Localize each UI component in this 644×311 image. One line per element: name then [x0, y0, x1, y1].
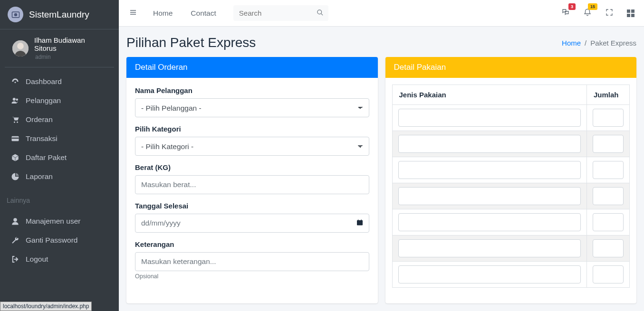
topbar: Home Contact 3 15 [119, 0, 644, 27]
chat-icon[interactable]: 3 [559, 6, 572, 20]
card-order: Detail Orderan Nama Pelanggan - Pilih Pe… [126, 57, 378, 303]
content-header: Pilihan Paket Express Home / Paket Expre… [119, 27, 644, 57]
help-keterangan: Opsional [135, 273, 369, 280]
svg-rect-10 [12, 138, 19, 139]
label-nama: Nama Pelanggan [135, 86, 369, 94]
input-jumlah[interactable] [593, 187, 624, 205]
wrench-icon [10, 236, 20, 245]
nav-label: Dashboard [26, 77, 62, 86]
input-jumlah[interactable] [593, 239, 624, 257]
search-icon[interactable] [317, 9, 324, 18]
nav-label: Manajemen user [26, 217, 80, 226]
bell-icon[interactable]: 15 [581, 6, 594, 20]
nav-label: Laporan [26, 172, 53, 181]
user-icon [10, 217, 20, 226]
nav-label: Logout [26, 255, 48, 264]
breadcrumb-sep: / [585, 39, 586, 47]
input-jumlah[interactable] [593, 161, 624, 179]
input-jenis[interactable] [398, 265, 581, 283]
input-jenis[interactable] [398, 109, 581, 127]
fullscreen-icon[interactable] [603, 6, 615, 20]
breadcrumb-current: Paket Express [590, 39, 636, 47]
sidebar-item-logout[interactable]: Logout [4, 250, 115, 269]
brand-name: SistemLaundry [29, 9, 89, 20]
cart-icon [10, 115, 20, 124]
input-tanggal[interactable] [135, 214, 369, 233]
menu-toggle[interactable] [126, 7, 140, 19]
svg-point-4 [15, 82, 16, 83]
tbody-pakaian [392, 105, 630, 288]
main: Home Contact 3 15 [119, 0, 644, 311]
nav-label: Orderan [26, 115, 53, 124]
label-berat: Berat (KG) [135, 163, 369, 171]
box-icon [10, 153, 20, 162]
chat-badge: 3 [568, 3, 576, 10]
sidebar: SistemLaundry Ilham Budiawan Sitorus adm… [0, 0, 119, 311]
card-order-header: Detail Orderan [126, 57, 378, 78]
nav-label: Transaksi [26, 134, 58, 143]
input-jumlah[interactable] [593, 265, 624, 283]
breadcrumb-home[interactable]: Home [562, 39, 581, 47]
table-row [392, 105, 630, 131]
user-name[interactable]: Ilham Budiawan Sitorus [34, 36, 106, 52]
select-kategori[interactable]: - Pilih Kategori - [135, 137, 369, 156]
topbar-link-contact[interactable]: Contact [186, 9, 221, 18]
svg-point-11 [13, 218, 17, 222]
table-row [392, 209, 630, 236]
nav-secondary: Manajemen userGanti PasswordLogout [0, 207, 119, 273]
sidebar-item-orderan[interactable]: Orderan [4, 110, 115, 129]
status-bar: localhost/loundry/admin/index.php [0, 302, 92, 311]
sidebar-item-ganti-password[interactable]: Ganti Password [4, 231, 115, 250]
input-jumlah[interactable] [593, 213, 624, 231]
nav-label: Pelanggan [26, 96, 61, 105]
svg-point-12 [317, 9, 322, 14]
svg-point-6 [16, 99, 19, 101]
logout-icon [10, 255, 20, 264]
nav-main: DashboardPelangganOrderanTransaksiDaftar… [0, 67, 119, 191]
page-title: Pilihan Paket Express [126, 35, 256, 50]
sidebar-item-dashboard[interactable]: Dashboard [4, 72, 115, 91]
brand[interactable]: SistemLaundry [0, 0, 119, 29]
input-jenis[interactable] [398, 187, 581, 205]
sidebar-item-transaksi[interactable]: Transaksi [4, 129, 115, 148]
bell-badge: 15 [588, 3, 597, 10]
table-pakaian: Jenis Pakaian Jumlah [392, 85, 630, 288]
label-kategori: Pilih Kategori [135, 125, 369, 133]
user-panel: Ilham Budiawan Sitorus admin [5, 29, 114, 67]
card-pakaian-header: Detail Pakaian [385, 57, 637, 78]
nav-label: Daftar Paket [26, 153, 67, 162]
input-jumlah[interactable] [593, 135, 624, 153]
nav-section-header: Lainnya [0, 191, 119, 207]
svg-point-8 [17, 122, 18, 123]
sidebar-item-manajemen-user[interactable]: Manajemen user [4, 212, 115, 231]
sidebar-item-daftar-paket[interactable]: Daftar Paket [4, 148, 115, 167]
search-input[interactable] [233, 5, 328, 21]
input-jenis[interactable] [398, 135, 581, 153]
input-keterangan[interactable] [135, 252, 369, 271]
avatar[interactable] [12, 40, 29, 57]
calendar-icon[interactable] [356, 219, 364, 228]
users-icon [10, 96, 20, 105]
topbar-link-home[interactable]: Home [148, 9, 177, 18]
table-row [392, 131, 630, 157]
card-icon [10, 134, 20, 143]
input-berat[interactable] [135, 175, 369, 194]
dashboard-icon [10, 77, 20, 86]
input-jenis[interactable] [398, 161, 581, 179]
input-jenis[interactable] [398, 239, 581, 257]
table-row [392, 183, 630, 209]
card-pakaian: Detail Pakaian Jenis Pakaian Jumlah [385, 57, 637, 303]
sidebar-item-pelanggan[interactable]: Pelanggan [4, 91, 115, 110]
input-jumlah[interactable] [593, 109, 624, 127]
sidebar-item-laporan[interactable]: Laporan [4, 167, 115, 186]
breadcrumb: Home / Paket Express [562, 39, 636, 47]
th-jenis: Jenis Pakaian [392, 85, 587, 105]
user-role: admin [35, 54, 106, 60]
th-jumlah: Jumlah [587, 85, 630, 105]
brand-logo [8, 7, 23, 22]
select-pelanggan[interactable]: - Pilih Pelanggan - [135, 98, 369, 117]
nav-label: Ganti Password [26, 236, 77, 245]
apps-icon[interactable] [625, 8, 636, 19]
table-row [392, 157, 630, 183]
input-jenis[interactable] [398, 213, 581, 231]
